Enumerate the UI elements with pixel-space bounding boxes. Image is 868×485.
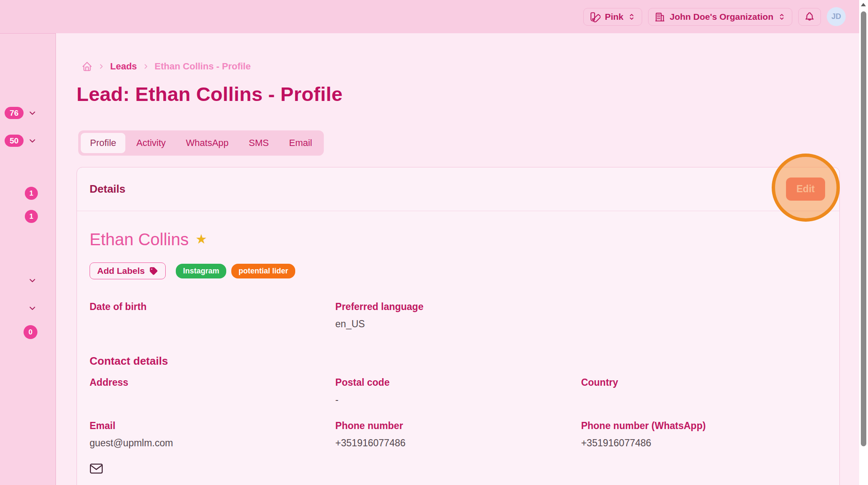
theme-select[interactable]: Pink <box>583 8 642 26</box>
add-labels-button[interactable]: Add Labels <box>90 262 166 279</box>
field-postal-code: Postal code - <box>335 377 581 407</box>
breadcrumb-leads-link[interactable]: Leads <box>110 61 137 72</box>
tag-icon <box>149 266 158 276</box>
main-content: Leads Ethan Collins - Profile Lead: Etha… <box>56 33 859 485</box>
notifications-button[interactable] <box>798 8 821 26</box>
field-label: Email <box>90 420 335 432</box>
badge-count: 1 <box>29 212 33 221</box>
sidebar-chevron-down-icon[interactable] <box>27 109 38 119</box>
field-label: Address <box>90 377 335 388</box>
field-address: Address <box>90 377 335 407</box>
page-scrollbar[interactable] <box>859 0 868 485</box>
sidebar-badge-leads[interactable]: 76 <box>5 107 24 119</box>
page-title: Lead: Ethan Collins - Profile <box>77 82 859 106</box>
theme-select-label: Pink <box>605 12 623 22</box>
field-value <box>90 318 335 331</box>
building-icon <box>654 11 665 22</box>
field-phone-whatsapp: Phone number (WhatsApp) +351916077486 <box>581 420 827 450</box>
field-email: Email guest@upmlm.com <box>90 420 335 450</box>
selector-updown-icon <box>778 13 786 21</box>
field-value: +351916077486 <box>335 437 581 450</box>
field-value: guest@upmlm.com <box>90 437 335 450</box>
field-value: +351916077486 <box>581 437 827 450</box>
bell-icon <box>804 11 815 22</box>
details-heading: Details <box>90 183 125 196</box>
sidebar-nav: 76 50 1 1 0 <box>0 33 56 485</box>
contact-details-heading: Contact details <box>90 355 827 368</box>
sidebar-chevron-down-icon[interactable] <box>27 304 38 315</box>
field-value: en_US <box>335 318 581 331</box>
tab-activity[interactable]: Activity <box>127 133 175 153</box>
chevron-right-icon <box>142 63 150 70</box>
sidebar-badge-item[interactable]: 0 <box>24 325 37 339</box>
breadcrumb-current: Ethan Collins - Profile <box>155 61 251 72</box>
field-label: Phone number (WhatsApp) <box>581 420 827 432</box>
breadcrumb: Leads Ethan Collins - Profile <box>82 61 859 72</box>
scrollbar-up-arrow[interactable] <box>861 3 866 6</box>
field-label: Date of birth <box>90 301 335 313</box>
tab-email[interactable]: Email <box>280 133 321 153</box>
add-labels-label: Add Labels <box>97 266 145 276</box>
top-bar: Pink John Doe's Organization <box>0 0 859 33</box>
scrollbar-thumb[interactable] <box>861 11 866 446</box>
star-icon[interactable]: ★ <box>196 233 207 246</box>
field-phone-number: Phone number +351916077486 <box>335 420 581 450</box>
envelope-icon <box>90 463 103 474</box>
badge-count: 1 <box>29 189 33 198</box>
sidebar-badge-contacts[interactable]: 50 <box>5 135 24 147</box>
sidebar-badge-item[interactable]: 1 <box>25 187 38 200</box>
field-country: Country <box>581 377 827 407</box>
tab-bar: Profile Activity WhatsApp SMS Email <box>78 130 324 156</box>
label-chip-potential-lider: potential lider <box>231 264 295 278</box>
field-value <box>581 394 827 407</box>
field-label: Country <box>581 377 827 388</box>
field-value: - <box>335 394 581 407</box>
details-card-body: Ethan Collins ★ Add Labels Instagram pot… <box>77 211 839 476</box>
tab-sms[interactable]: SMS <box>240 133 278 153</box>
badge-count: 0 <box>29 328 32 337</box>
lead-name: Ethan Collins <box>90 229 189 250</box>
chevron-right-icon <box>98 63 105 70</box>
user-avatar[interactable]: JD <box>827 7 846 26</box>
tab-whatsapp[interactable]: WhatsApp <box>177 133 238 153</box>
field-value <box>90 394 335 407</box>
avatar-initials: JD <box>831 12 841 21</box>
field-label: Preferred language <box>335 301 581 313</box>
field-date-of-birth: Date of birth <box>90 301 335 331</box>
selector-updown-icon <box>627 13 636 21</box>
field-label: Phone number <box>335 420 581 432</box>
details-card: Details Edit Ethan Collins ★ Add Labels <box>77 167 840 485</box>
details-card-header: Details Edit <box>77 167 839 211</box>
organization-select[interactable]: John Doe's Organization <box>648 8 792 26</box>
sidebar-badge-item[interactable]: 1 <box>25 210 38 223</box>
field-label: Postal code <box>335 377 581 388</box>
send-email-button[interactable] <box>90 463 103 474</box>
tab-profile[interactable]: Profile <box>81 133 125 153</box>
field-preferred-language: Preferred language en_US <box>335 301 581 331</box>
home-icon[interactable] <box>82 61 93 72</box>
badge-count: 50 <box>10 136 19 146</box>
color-swatch-icon <box>590 11 601 22</box>
sidebar-chevron-down-icon[interactable] <box>27 276 38 287</box>
label-chip-instagram: Instagram <box>176 264 226 278</box>
organization-select-label: John Doe's Organization <box>670 12 773 22</box>
edit-button[interactable]: Edit <box>786 178 825 201</box>
sidebar-chevron-down-icon[interactable] <box>27 136 38 147</box>
badge-count: 76 <box>10 109 19 118</box>
